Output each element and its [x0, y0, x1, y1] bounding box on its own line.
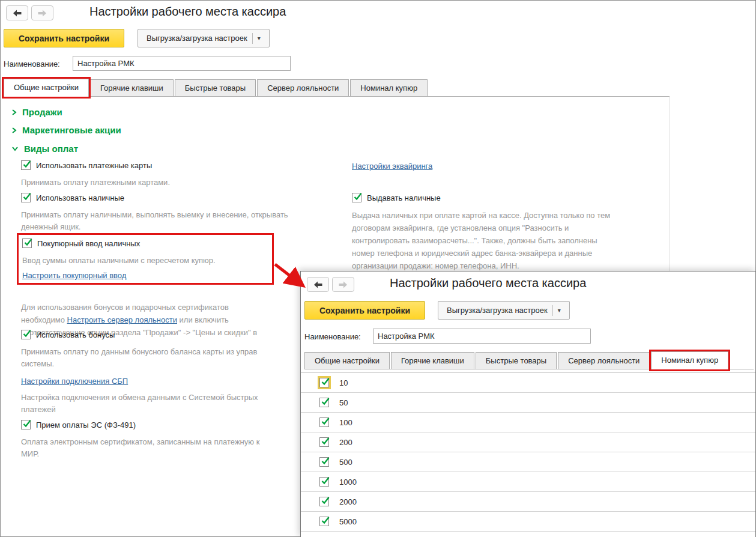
denomination-value: 500 — [339, 458, 352, 467]
forward-icon — [38, 10, 47, 17]
chevron-right-icon — [11, 109, 17, 116]
window-title: Настройки рабочего места кассира — [89, 5, 286, 19]
use-cash-checkbox[interactable] — [21, 193, 31, 202]
denomination-checkbox[interactable] — [319, 398, 329, 407]
window-title: Настройки рабочего места кассира — [390, 276, 586, 290]
annotation-box-bill-input — [17, 233, 274, 285]
section-marketing-label: Маркетинговые акции — [22, 125, 121, 135]
denomination-value: 10 — [339, 378, 348, 387]
overlay-window: Настройки рабочего места кассира Сохрани… — [300, 271, 756, 537]
chevron-down-icon — [11, 145, 19, 152]
use-cards-option[interactable]: Использовать платежные карты — [21, 160, 152, 170]
acquiring-settings-link[interactable]: Настройки эквайринга — [352, 162, 432, 171]
denomination-row[interactable]: 100 — [301, 413, 755, 432]
section-sales-label: Продажи — [22, 107, 62, 117]
tab[interactable]: Номинал купюр — [350, 79, 428, 96]
cash-out-label: Выдавать наличные — [367, 193, 441, 202]
main-tabbar: Общие настройки Горячие клавиши Быстрые … — [4, 79, 670, 97]
use-bonus-option[interactable]: Использовать бонусы — [21, 330, 115, 339]
tab[interactable]: Горячие клавиши — [90, 79, 174, 96]
tab[interactable]: Сервер лояльности — [257, 79, 349, 96]
forward-button[interactable] — [332, 277, 354, 292]
denomination-checkbox[interactable] — [319, 457, 329, 467]
denomination-checkbox[interactable] — [319, 417, 329, 427]
use-bonus-label: Использовать бонусы — [36, 330, 115, 339]
denomination-row[interactable]: 1000 — [301, 472, 755, 492]
denomination-value: 100 — [339, 418, 352, 427]
tab[interactable]: Номинал купюр — [651, 351, 728, 369]
name-input[interactable] — [73, 56, 291, 71]
denomination-value: 200 — [339, 438, 352, 447]
denomination-checkbox[interactable] — [319, 378, 329, 387]
export-settings-label: Выгрузка/загрузка настроек — [447, 306, 548, 315]
dropdown-arrow-icon: ▾ — [258, 35, 261, 41]
denomination-value: 1000 — [339, 478, 357, 487]
use-cards-description: Принимать оплату платежными картами. — [21, 177, 333, 189]
section-sales[interactable]: Продажи — [11, 107, 62, 117]
use-cash-description: Принимать оплату наличными, выполнять вы… — [21, 209, 339, 233]
tab[interactable]: Горячие клавиши — [391, 352, 474, 369]
denomination-value: 2000 — [339, 497, 357, 506]
denomination-checkbox[interactable] — [319, 477, 329, 487]
es-payment-checkbox[interactable] — [21, 420, 31, 429]
tab[interactable]: Сервер лояльности — [558, 352, 650, 369]
denomination-row[interactable]: 10 — [301, 373, 755, 393]
denomination-row[interactable]: 2000 — [301, 492, 755, 512]
export-settings-dropdown[interactable]: Выгрузка/загрузка настроек ▾ — [438, 301, 570, 320]
cash-out-checkbox[interactable] — [352, 193, 361, 202]
export-settings-dropdown[interactable]: Выгрузка/загрузка настроек ▾ — [138, 29, 270, 47]
denomination-value: 5000 — [339, 517, 357, 526]
denomination-row[interactable]: 500 — [301, 452, 755, 472]
denomination-checkbox[interactable] — [319, 497, 329, 506]
sbp-description: Настройка подключения и обмена данными с… — [21, 392, 303, 416]
forward-icon — [339, 281, 348, 288]
save-settings-button[interactable]: Сохранить настройки — [4, 29, 124, 47]
denomination-row[interactable]: 5000 — [301, 512, 755, 532]
use-cash-option[interactable]: Использовать наличные — [21, 193, 124, 202]
es-payment-description: Оплата электронным сертификатом, записан… — [21, 436, 303, 460]
use-bonus-checkbox[interactable] — [21, 330, 31, 339]
chevron-right-icon — [11, 127, 17, 134]
name-label: Наименование: — [304, 332, 361, 341]
tab[interactable]: Быстрые товары — [175, 79, 256, 96]
tab[interactable]: Общие настройки — [4, 79, 89, 97]
denomination-row[interactable]: 50 — [301, 393, 755, 413]
screenshot: Настройки рабочего места кассира Сохрани… — [0, 0, 756, 537]
es-payment-option[interactable]: Прием оплаты ЭС (ФЗ-491) — [21, 420, 136, 429]
nav-buttons — [6, 5, 53, 20]
dropdown-arrow-icon: ▾ — [558, 307, 561, 314]
cash-out-option[interactable]: Выдавать наличные — [352, 193, 441, 202]
tab[interactable]: Быстрые товары — [476, 352, 557, 369]
denomination-table: 10 50 100 200 500 1000 2000 5000 — [301, 372, 755, 532]
divider — [252, 33, 253, 44]
export-settings-label: Выгрузка/загрузка настроек — [147, 34, 247, 43]
use-cards-label: Использовать платежные карты — [36, 161, 152, 170]
divider — [552, 305, 553, 316]
back-button[interactable] — [6, 5, 28, 20]
section-payment-types-label: Виды оплат — [24, 144, 78, 154]
sbp-settings-link[interactable]: Настройки подключения СБП — [21, 377, 128, 386]
annotation-arrow — [270, 256, 318, 297]
use-cards-checkbox[interactable] — [21, 160, 31, 170]
denomination-checkbox[interactable] — [319, 437, 329, 447]
cash-out-description: Выдача наличных при оплате картой на кас… — [352, 209, 670, 272]
name-input[interactable] — [373, 329, 591, 344]
use-bonus-description: Принимать оплату по данным бонусного бал… — [21, 346, 303, 370]
denomination-row[interactable]: 200 — [301, 432, 755, 452]
section-marketing[interactable]: Маркетинговые акции — [11, 125, 121, 135]
save-settings-button[interactable]: Сохранить настройки — [304, 301, 425, 320]
section-payment-types[interactable]: Виды оплат — [11, 144, 78, 154]
denomination-value: 50 — [339, 398, 348, 407]
back-icon — [13, 10, 22, 17]
es-payment-label: Прием оплаты ЭС (ФЗ-491) — [36, 420, 136, 429]
name-label: Наименование: — [4, 59, 60, 68]
forward-button[interactable] — [31, 5, 53, 20]
denomination-checkbox[interactable] — [319, 517, 329, 526]
tab[interactable]: Общие настройки — [304, 352, 390, 369]
loyalty-server-link[interactable]: Настроить сервер лояльности — [67, 315, 177, 324]
overlay-tabbar: Общие настройки Горячие клавиши Быстрые … — [304, 352, 754, 369]
use-cash-label: Использовать наличные — [36, 193, 124, 202]
